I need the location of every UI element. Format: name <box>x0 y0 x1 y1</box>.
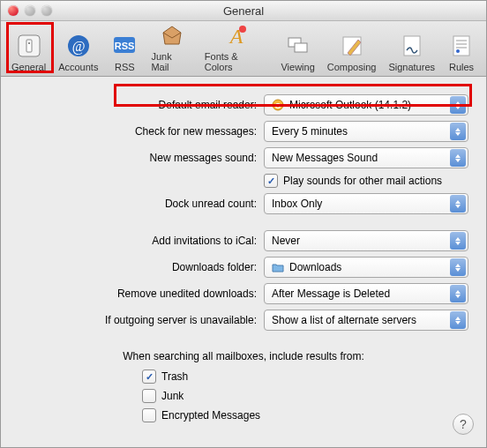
select-value: Show a list of alternate servers <box>272 314 416 326</box>
toolbar-label: Fonts & Colors <box>205 51 269 72</box>
folder-icon <box>272 261 284 273</box>
select-value: After Message is Deleted <box>272 287 390 300</box>
toolbar-label: RSS <box>115 62 135 72</box>
checkbox-label: Play sounds for other mail actions <box>283 175 442 187</box>
help-icon: ? <box>460 417 467 431</box>
chevron-updown-icon <box>450 96 466 114</box>
toolbar-accounts[interactable]: @ Accounts <box>53 30 103 74</box>
chevron-updown-icon <box>450 311 466 329</box>
select-ical[interactable]: Never <box>264 230 468 251</box>
checkbox-label: Trash <box>161 370 188 383</box>
label-ical: Add invitations to iCal: <box>19 235 264 247</box>
select-remove[interactable]: After Message is Deleted <box>264 283 468 304</box>
svg-point-17 <box>456 49 460 53</box>
toolbar-composing[interactable]: Composing <box>322 30 382 74</box>
window-title: General <box>1 4 486 18</box>
checkbox-icon <box>264 174 278 188</box>
toolbar-label: General <box>11 62 46 72</box>
checkbox-icon <box>142 408 156 422</box>
chevron-updown-icon <box>450 123 466 140</box>
chevron-updown-icon <box>450 149 466 167</box>
toolbar-label: Composing <box>327 62 377 72</box>
checkbox-icon <box>142 370 156 384</box>
chevron-updown-icon <box>450 195 466 213</box>
signatures-icon <box>398 32 426 60</box>
label-outgoing: If outgoing server is unavailable: <box>19 314 264 326</box>
select-value: Never <box>272 235 300 247</box>
select-check-messages[interactable]: Every 5 minutes <box>264 121 468 142</box>
svg-rect-10 <box>295 43 307 52</box>
label-sound: New messages sound: <box>19 152 264 164</box>
chevron-updown-icon <box>450 232 466 250</box>
rules-icon <box>447 32 476 60</box>
select-value: New Messages Sound <box>272 152 378 164</box>
checkbox-play-sounds[interactable]: Play sounds for other mail actions <box>264 174 442 188</box>
search-section: When searching all mailboxes, include re… <box>19 350 468 422</box>
toolbar-fonts[interactable]: A Fonts & Colors <box>199 19 274 74</box>
label-default-reader: Default email reader: <box>19 99 264 111</box>
select-dock[interactable]: Inbox Only <box>264 193 468 214</box>
select-sound[interactable]: New Messages Sound <box>264 147 468 168</box>
label-dock: Dock unread count: <box>19 198 264 210</box>
checkbox-encrypted[interactable]: Encrypted Messages <box>142 408 468 422</box>
preferences-body: Default email reader: O Microsoft Outloo… <box>1 77 486 431</box>
fonts-icon: A <box>222 21 251 49</box>
toolbar-label: Viewing <box>281 62 314 72</box>
select-value: Downloads <box>289 261 341 273</box>
toolbar: General @ Accounts RSS RSS Junk Mail A F… <box>1 21 486 77</box>
label-check-messages: Check for new messages: <box>19 125 264 138</box>
svg-text:O: O <box>274 101 281 110</box>
help-button[interactable]: ? <box>453 414 474 435</box>
svg-rect-13 <box>453 36 469 56</box>
viewing-icon <box>284 32 312 60</box>
toolbar-label: Accounts <box>58 62 98 72</box>
chevron-updown-icon <box>450 258 466 276</box>
svg-text:RSS: RSS <box>115 41 135 51</box>
select-value: Microsoft Outlook (14.1.2) <box>289 99 411 111</box>
preferences-window: General General @ Accounts RSS RSS Junk … <box>0 0 487 448</box>
checkbox-icon <box>142 389 156 403</box>
select-downloads[interactable]: Downloads <box>264 257 468 278</box>
checkbox-junk[interactable]: Junk <box>142 389 468 403</box>
checkbox-label: Junk <box>161 390 184 402</box>
titlebar: General <box>1 1 486 21</box>
select-value: Every 5 minutes <box>272 125 348 138</box>
svg-point-2 <box>28 42 30 44</box>
select-default-reader[interactable]: O Microsoft Outlook (14.1.2) <box>264 94 468 116</box>
chevron-updown-icon <box>450 285 466 302</box>
toolbar-general[interactable]: General <box>6 30 51 74</box>
select-outgoing[interactable]: Show a list of alternate servers <box>264 310 468 331</box>
toolbar-rules[interactable]: Rules <box>442 30 481 74</box>
svg-point-8 <box>239 26 246 33</box>
general-icon <box>15 32 43 60</box>
checkbox-label: Encrypted Messages <box>161 409 260 422</box>
toolbar-label: Junk Mail <box>151 51 191 72</box>
toolbar-signatures[interactable]: Signatures <box>383 30 440 74</box>
toolbar-label: Rules <box>449 62 474 72</box>
svg-text:@: @ <box>71 39 85 55</box>
toolbar-junk[interactable]: Junk Mail <box>146 19 197 74</box>
toolbar-rss[interactable]: RSS RSS <box>105 30 144 74</box>
composing-icon <box>338 32 366 60</box>
label-remove: Remove unedited downloads: <box>19 287 264 300</box>
svg-rect-12 <box>404 36 420 56</box>
svg-rect-1 <box>26 40 32 52</box>
select-value: Inbox Only <box>272 198 322 210</box>
outlook-icon: O <box>272 99 284 111</box>
checkbox-trash[interactable]: Trash <box>142 370 468 384</box>
junk-icon <box>158 21 186 49</box>
toolbar-label: Signatures <box>388 62 435 72</box>
accounts-icon: @ <box>64 32 93 60</box>
label-downloads: Downloads folder: <box>19 261 264 273</box>
toolbar-viewing[interactable]: Viewing <box>275 30 319 74</box>
search-header: When searching all mailboxes, include re… <box>19 350 468 362</box>
rss-icon: RSS <box>110 32 139 60</box>
